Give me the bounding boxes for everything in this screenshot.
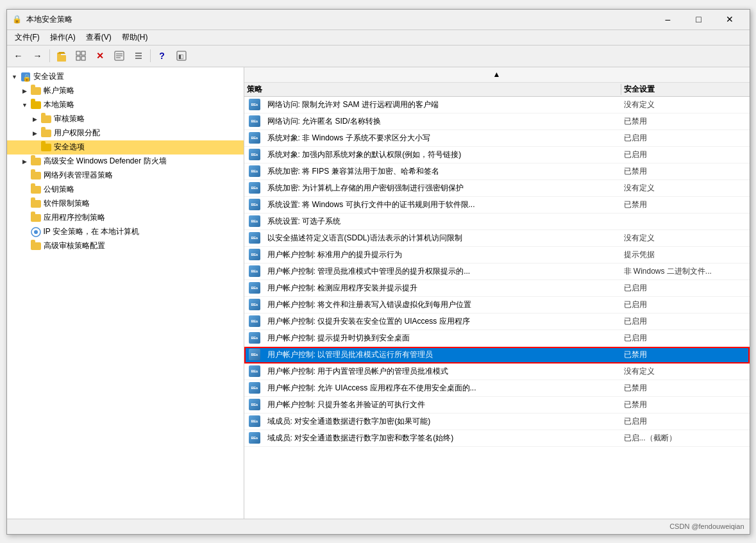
toolbar-separator-1 bbox=[49, 49, 50, 62]
properties-button[interactable] bbox=[110, 47, 128, 64]
policy-row[interactable]: BEa用户帐户控制: 管理员批准模式中管理员的提升权限提示的...非 Windo… bbox=[244, 263, 750, 280]
policy-setting: 已启用 bbox=[621, 133, 750, 144]
minimize-button[interactable]: – bbox=[653, 9, 683, 29]
folder-icon bbox=[30, 85, 42, 97]
sidebar-item-network-list[interactable]: 网络列表管理器策略 bbox=[7, 169, 244, 183]
policy-row[interactable]: BEa系统设置: 可选子系统 bbox=[244, 213, 750, 230]
sidebar-label-security-options: 安全选项 bbox=[54, 142, 85, 153]
close-button[interactable]: ✕ bbox=[715, 9, 744, 29]
expand-icon bbox=[20, 171, 30, 181]
svg-text:🔒: 🔒 bbox=[22, 73, 31, 82]
sidebar-item-audit-policy[interactable]: ▶ 审核策略 bbox=[7, 112, 244, 126]
sidebar-item-user-rights[interactable]: ▶ 用户权限分配 bbox=[7, 126, 244, 140]
delete-button[interactable]: ✕ bbox=[91, 47, 109, 64]
policy-row[interactable]: BEa域成员: 对安全通道数据进行数字加密和数字签名(始终)已启...（截断） bbox=[244, 430, 750, 447]
window-title: 本地安全策略 bbox=[26, 14, 653, 25]
policy-icon: BEa bbox=[244, 382, 265, 394]
menu-file[interactable]: 文件(F) bbox=[10, 31, 45, 44]
main-window: 🔒 本地安全策略 – □ ✕ 文件(F) 操作(A) 查看(V) 帮助(H) ←… bbox=[6, 9, 750, 535]
expand-icon: ▶ bbox=[20, 156, 30, 167]
policy-setting: 提示凭据 bbox=[621, 249, 750, 260]
policy-setting: 没有定义 bbox=[621, 99, 750, 110]
policy-icon: BEa bbox=[244, 165, 265, 177]
policy-setting: 已启用 bbox=[621, 316, 750, 327]
policy-row[interactable]: BEa用户帐户控制: 以管理员批准模式运行所有管理员已禁用 bbox=[244, 347, 750, 363]
policy-name: 域成员: 对安全通道数据进行数字加密(如果可能) bbox=[265, 416, 621, 427]
policy-row[interactable]: BEa系统对象: 非 Windows 子系统不要求区分大小写已启用 bbox=[244, 130, 750, 147]
sidebar-item-public-key[interactable]: 公钥策略 bbox=[7, 183, 244, 197]
policy-row[interactable]: BEa用户帐户控制: 将文件和注册表写入错误虚拟化到每用户位置已启用 bbox=[244, 297, 750, 313]
policy-icon: BEa bbox=[244, 415, 265, 427]
policy-name: 用户帐户控制: 仅提升安装在安全位置的 UIAccess 应用程序 bbox=[265, 316, 621, 327]
policy-icon: BEa bbox=[244, 265, 265, 277]
expand-icon bbox=[20, 199, 30, 209]
policy-setting: 已禁用 bbox=[621, 166, 750, 177]
back-button[interactable]: ← bbox=[10, 47, 28, 64]
sidebar-item-advanced-audit[interactable]: 高级审核策略配置 bbox=[7, 239, 244, 253]
maximize-button[interactable]: □ bbox=[684, 9, 714, 29]
policy-list: BEa网络访问: 限制允许对 SAM 进行远程调用的客户端没有定义BEa网络访问… bbox=[244, 97, 750, 519]
up-button[interactable] bbox=[53, 47, 71, 64]
grid-button[interactable] bbox=[72, 47, 90, 64]
menu-action[interactable]: 操作(A) bbox=[45, 31, 81, 44]
policy-name: 用户帐户控制: 以管理员批准模式运行所有管理员 bbox=[265, 349, 621, 360]
expand-icon: ▶ bbox=[20, 86, 30, 96]
policy-row[interactable]: BEa网络访问: 限制允许对 SAM 进行远程调用的客户端没有定义 bbox=[244, 97, 750, 113]
svg-point-18 bbox=[34, 230, 38, 234]
policy-row[interactable]: BEa用户帐户控制: 检测应用程序安装并提示提升已启用 bbox=[244, 280, 750, 297]
sidebar-label-advanced-firewall: 高级安全 Windows Defender 防火墙 bbox=[44, 156, 167, 167]
menu-view[interactable]: 查看(V) bbox=[81, 31, 117, 44]
sidebar-item-software-restriction[interactable]: 软件限制策略 bbox=[7, 197, 244, 211]
policy-setting: 已禁用 bbox=[621, 199, 750, 210]
policy-name: 系统设置: 可选子系统 bbox=[265, 216, 621, 227]
folder-icon bbox=[30, 170, 42, 181]
policy-name: 域成员: 对安全通道数据进行数字加密和数字签名(始终) bbox=[265, 433, 621, 444]
policy-row[interactable]: BEa系统加密: 将 FIPS 兼容算法用于加密、哈希和签名已禁用 bbox=[244, 163, 750, 180]
policy-row[interactable]: BEa用户帐户控制: 只提升签名并验证的可执行文件已禁用 bbox=[244, 397, 750, 414]
policy-row[interactable]: BEa用户帐户控制: 用于内置管理员帐户的管理员批准模式没有定义 bbox=[244, 363, 750, 380]
menu-help[interactable]: 帮助(H) bbox=[117, 31, 153, 44]
policy-icon: BEa bbox=[244, 315, 265, 327]
policy-row[interactable]: BEa系统加密: 为计算机上存储的用户密钥强制进行强密钥保护没有定义 bbox=[244, 180, 750, 197]
folder-icon-open bbox=[40, 142, 52, 153]
col-header-policy[interactable]: 策略 bbox=[244, 84, 621, 95]
policy-name: 系统加密: 将 FIPS 兼容算法用于加密、哈希和签名 bbox=[265, 166, 621, 177]
sidebar-label-software-restriction: 软件限制策略 bbox=[44, 198, 90, 209]
sidebar-item-security-settings[interactable]: ▼ 🔒 安全设置 bbox=[7, 70, 244, 84]
status-bar: CSDN @fendouweiqian bbox=[7, 519, 750, 534]
sidebar-item-app-control[interactable]: 应用程序控制策略 bbox=[7, 211, 244, 225]
policy-row[interactable]: BEa系统对象: 加强内部系统对象的默认权限(例如，符号链接)已启用 bbox=[244, 147, 750, 163]
expand-icon bbox=[30, 142, 40, 153]
policy-row[interactable]: BEa用户帐户控制: 仅提升安装在安全位置的 UIAccess 应用程序已启用 bbox=[244, 313, 750, 330]
list-button[interactable] bbox=[130, 47, 147, 64]
policy-icon: BEa bbox=[244, 282, 265, 294]
policy-icon: BEa bbox=[244, 249, 265, 260]
policy-name: 用户帐户控制: 检测应用程序安装并提示提升 bbox=[265, 283, 621, 294]
policy-row[interactable]: BEa网络访问: 允许匿名 SID/名称转换已禁用 bbox=[244, 113, 750, 130]
sidebar-item-ip-security[interactable]: IP 安全策略，在 本地计算机 bbox=[7, 225, 244, 239]
policy-name: 以安全描述符定义语言(SDDL)语法表示的计算机访问限制 bbox=[265, 233, 621, 244]
sidebar-label-user-rights: 用户权限分配 bbox=[54, 128, 100, 138]
col-header-setting[interactable]: 安全设置 bbox=[621, 84, 750, 95]
policy-name: 用户帐户控制: 标准用户的提升提示行为 bbox=[265, 249, 621, 260]
window-controls: – □ ✕ bbox=[653, 9, 744, 29]
export-button[interactable]: ◧ bbox=[172, 47, 190, 64]
policy-row[interactable]: BEa域成员: 对安全通道数据进行数字加密(如果可能)已启用 bbox=[244, 414, 750, 430]
forward-button[interactable]: → bbox=[29, 47, 47, 64]
policy-setting: 已禁用 bbox=[621, 383, 750, 394]
policy-icon: BEa bbox=[244, 182, 265, 194]
policy-row[interactable]: BEa用户帐户控制: 提示提升时切换到安全桌面已启用 bbox=[244, 330, 750, 347]
policy-row[interactable]: BEa以安全描述符定义语言(SDDL)语法表示的计算机访问限制没有定义 bbox=[244, 230, 750, 247]
sidebar-item-advanced-firewall[interactable]: ▶ 高级安全 Windows Defender 防火墙 bbox=[7, 155, 244, 169]
policy-icon: BEa bbox=[244, 365, 265, 377]
policy-row[interactable]: BEa系统设置: 将 Windows 可执行文件中的证书规则用于软件限...已禁… bbox=[244, 197, 750, 213]
help-button[interactable]: ? bbox=[153, 47, 171, 64]
sidebar-item-local-policy[interactable]: ▼ 本地策略 bbox=[7, 98, 244, 112]
policy-icon: BEa bbox=[244, 149, 265, 160]
policy-row[interactable]: BEa用户帐户控制: 标准用户的提升提示行为提示凭据 bbox=[244, 247, 750, 263]
policy-row[interactable]: BEa用户帐户控制: 允许 UIAccess 应用程序在不使用安全桌面的...已… bbox=[244, 380, 750, 397]
svg-rect-4 bbox=[76, 56, 80, 60]
policy-name: 系统对象: 非 Windows 子系统不要求区分大小写 bbox=[265, 133, 621, 144]
sidebar-item-account-policy[interactable]: ▶ 帐户策略 bbox=[7, 84, 244, 98]
sidebar-item-security-options[interactable]: 安全选项 bbox=[7, 140, 244, 155]
